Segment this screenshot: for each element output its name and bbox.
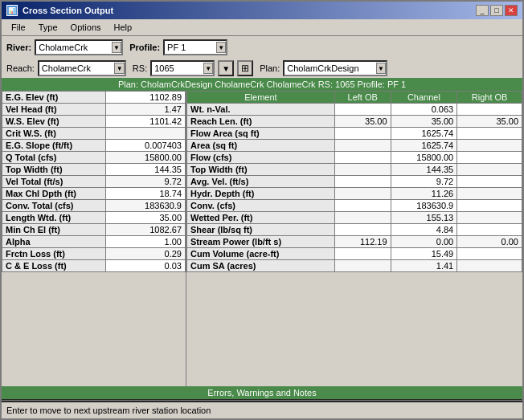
menu-type[interactable]: Type	[32, 21, 64, 34]
rs-combo[interactable]: 1065 ▼	[150, 60, 215, 76]
right-row-element: Stream Power (lb/ft s)	[187, 236, 335, 248]
left-row-label: E.G. Slope (ft/ft)	[2, 140, 106, 152]
right-row-element: Area (sq ft)	[187, 140, 335, 152]
toolbar-row1: River: CholameCrk ▼ Profile: PF 1 ▼	[2, 36, 522, 59]
left-row-value: 1.00	[106, 236, 186, 248]
minimize-button[interactable]: _	[476, 5, 489, 16]
right-table-row: Reach Len. (ft) 35.00 35.00 35.00	[187, 116, 522, 128]
rs-label: RS:	[133, 63, 147, 73]
right-row-element: Flow (cfs)	[187, 152, 335, 164]
left-table-row: Crit W.S. (ft)	[2, 128, 186, 140]
rs-nav-down[interactable]: ▼	[218, 60, 234, 76]
menu-bar: File Type Options Help	[2, 19, 522, 36]
main-window: 📊 Cross Section Output _ □ ✕ File Type O…	[0, 0, 524, 420]
right-row-channel: 0.00	[391, 236, 457, 248]
left-row-value	[106, 128, 186, 140]
river-combo[interactable]: CholameCrk ▼	[35, 39, 123, 55]
right-row-left-ob	[334, 212, 391, 224]
left-row-value: 1101.42	[106, 116, 186, 128]
right-row-element: Cum SA (acres)	[187, 260, 335, 272]
right-row-element: Shear (lb/sq ft)	[187, 224, 335, 236]
right-table-row: Avg. Vel. (ft/s) 9.72	[187, 176, 522, 188]
col-element: Element	[187, 92, 335, 104]
left-row-label: E.G. Elev (ft)	[2, 92, 106, 104]
reach-combo[interactable]: CholameCrk ▼	[38, 60, 126, 76]
left-row-value: 0.29	[106, 248, 186, 260]
menu-help[interactable]: Help	[108, 21, 139, 34]
plan-value: CholamCrkDesign	[285, 63, 375, 74]
right-row-left-ob	[334, 224, 391, 236]
left-table-row: Top Width (ft)144.35	[2, 164, 186, 176]
right-row-channel: 9.72	[391, 176, 457, 188]
reach-dropdown-arrow[interactable]: ▼	[114, 63, 125, 74]
plan-combo[interactable]: CholamCrkDesign ▼	[283, 60, 387, 76]
left-row-value: 35.00	[106, 212, 186, 224]
right-row-right-ob	[457, 128, 522, 140]
right-data-table: Element Left OB Channel Right OB Wt. n-V…	[186, 91, 522, 272]
left-table-row: Alpha1.00	[2, 236, 186, 248]
left-data-table: E.G. Elev (ft)1102.89Vel Head (ft)1.47W.…	[2, 91, 186, 272]
title-buttons: _ □ ✕	[476, 5, 518, 16]
right-table: Element Left OB Channel Right OB Wt. n-V…	[186, 91, 522, 386]
rs-dropdown-arrow[interactable]: ▼	[203, 63, 213, 74]
right-row-channel: 35.00	[391, 116, 457, 128]
right-table-row: Conv. (cfs) 183630.9	[187, 200, 522, 212]
right-row-right-ob	[457, 104, 522, 116]
data-section: E.G. Elev (ft)1102.89Vel Head (ft)1.47W.…	[2, 91, 522, 386]
plan-dropdown-arrow[interactable]: ▼	[376, 63, 387, 74]
river-label: River:	[6, 43, 31, 52]
right-row-left-ob: 35.00	[334, 116, 391, 128]
right-table-row: Flow (cfs) 15800.00	[187, 152, 522, 164]
maximize-button[interactable]: □	[490, 5, 503, 16]
right-row-left-ob	[334, 188, 391, 200]
right-row-left-ob	[334, 176, 391, 188]
right-row-element: Flow Area (sq ft)	[187, 128, 335, 140]
profile-value: PF 1	[165, 42, 216, 53]
left-row-label: Conv. Total (cfs)	[2, 200, 106, 212]
right-row-channel: 144.35	[391, 164, 457, 176]
menu-file[interactable]: File	[5, 21, 32, 34]
toolbar-row2: Reach: CholameCrk ▼ RS: 1065 ▼ ▼ ⊞ Plan:…	[2, 59, 522, 78]
title-bar: 📊 Cross Section Output _ □ ✕	[2, 2, 522, 19]
profile-dropdown-arrow[interactable]: ▼	[216, 42, 226, 53]
right-row-left-ob	[334, 248, 391, 260]
plan-header: Plan: CholamCrkDesign CholameCrk Cholame…	[2, 78, 522, 91]
right-row-channel: 155.13	[391, 212, 457, 224]
right-row-right-ob	[457, 248, 522, 260]
left-row-value: 183630.9	[106, 200, 186, 212]
right-row-element: Wetted Per. (ft)	[187, 212, 335, 224]
rs-group: RS: 1065 ▼ ▼ ⊞	[133, 60, 253, 76]
right-row-channel: 1.41	[391, 260, 457, 272]
right-row-right-ob	[457, 140, 522, 152]
right-row-element: Reach Len. (ft)	[187, 116, 335, 128]
left-table-row: C & E Loss (ft)0.03	[2, 260, 186, 272]
right-row-right-ob	[457, 224, 522, 236]
left-row-label: Vel Head (ft)	[2, 104, 106, 116]
right-row-left-ob	[334, 260, 391, 272]
right-row-channel: 1625.74	[391, 140, 457, 152]
window-icon: 📊	[6, 5, 18, 16]
status-text: Enter to move to next upstream river sta…	[6, 406, 211, 415]
menu-options[interactable]: Options	[64, 21, 108, 34]
left-row-value: 9.72	[106, 176, 186, 188]
left-table-row: Q Total (cfs)15800.00	[2, 152, 186, 164]
right-row-channel: 183630.9	[391, 200, 457, 212]
left-table-row: W.S. Elev (ft)1101.42	[2, 116, 186, 128]
profile-combo[interactable]: PF 1 ▼	[163, 39, 227, 55]
right-row-element: Hydr. Depth (ft)	[187, 188, 335, 200]
right-table-row: Flow Area (sq ft) 1625.74	[187, 128, 522, 140]
reach-label: Reach:	[6, 63, 35, 73]
left-row-label: Vel Total (ft/s)	[2, 176, 106, 188]
right-table-row: Cum Volume (acre-ft) 15.49	[187, 248, 522, 260]
right-row-element: Top Width (ft)	[187, 164, 335, 176]
close-button[interactable]: ✕	[505, 5, 518, 16]
river-dropdown-arrow[interactable]: ▼	[112, 42, 122, 53]
rs-nav-icon[interactable]: ⊞	[237, 60, 253, 76]
right-table-row: Area (sq ft) 1625.74	[187, 140, 522, 152]
right-table-row: Shear (lb/sq ft) 4.84	[187, 224, 522, 236]
reach-group: Reach: CholameCrk ▼	[6, 60, 126, 76]
left-row-label: Length Wtd. (ft)	[2, 212, 106, 224]
left-row-label: Min Ch El (ft)	[2, 224, 106, 236]
errors-header: Errors, Warnings and Notes	[2, 386, 522, 399]
left-row-label: Top Width (ft)	[2, 164, 106, 176]
